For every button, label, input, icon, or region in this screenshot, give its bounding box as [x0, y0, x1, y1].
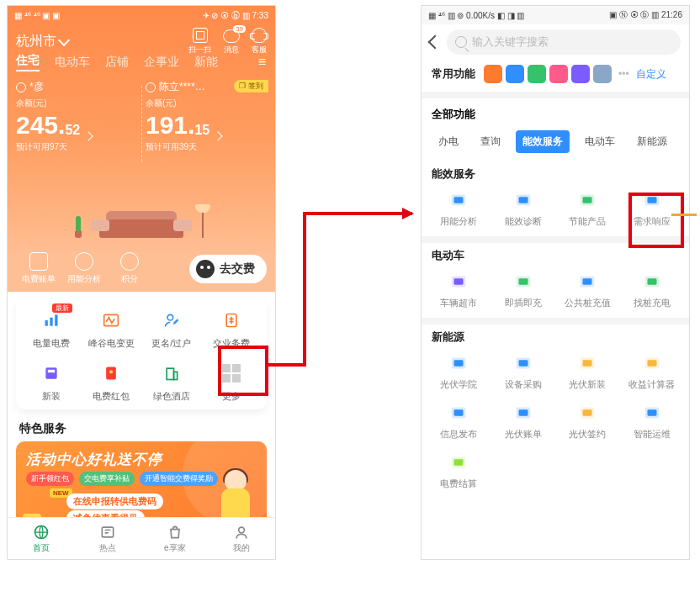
- globe-icon: [33, 524, 50, 541]
- func-光伏签约[interactable]: 光伏签约: [555, 403, 620, 441]
- hotel-icon: [160, 361, 183, 385]
- tab-newenergy[interactable]: 新能: [194, 55, 218, 70]
- svg-rect-10: [167, 368, 173, 379]
- rtab-0[interactable]: 办电: [432, 130, 465, 153]
- tab-shop[interactable]: 店铺: [105, 55, 129, 70]
- rtab-4[interactable]: 新能源: [630, 130, 674, 153]
- nav-eshare[interactable]: e享家: [141, 518, 209, 559]
- arrow-segment: [303, 212, 306, 367]
- svg-rect-2: [55, 314, 57, 325]
- account-card-1[interactable]: *彦 余额(元) 245.52 预计可用97天: [16, 80, 137, 153]
- svg-rect-20: [583, 197, 592, 203]
- func-用能分析[interactable]: 用能分析: [427, 190, 491, 228]
- nav-home[interactable]: 首页: [8, 518, 75, 559]
- svg-point-4: [167, 314, 173, 320]
- grid-item-6[interactable]: 绿色酒店: [141, 361, 202, 403]
- arrow-head: [303, 212, 412, 215]
- tab-enterprise[interactable]: 企事业: [144, 55, 179, 70]
- rtab-1[interactable]: 查询: [474, 130, 507, 153]
- scan-button[interactable]: 扫一扫: [188, 28, 211, 55]
- customize-link[interactable]: 自定义: [636, 67, 666, 82]
- func-电费结算[interactable]: 电费结算: [427, 452, 491, 490]
- func-label: 车辆超市: [440, 297, 477, 309]
- support-button[interactable]: 客服: [252, 28, 267, 55]
- func-label: 智能运维: [634, 428, 671, 441]
- svg-rect-1: [50, 318, 52, 326]
- freq-icon[interactable]: [484, 65, 502, 83]
- quick-bill[interactable]: 电费账单: [16, 252, 61, 285]
- func-收益计算器[interactable]: 收益计算器: [620, 353, 685, 391]
- tab-home[interactable]: 住宅: [16, 53, 40, 71]
- func-icon: [575, 190, 599, 210]
- chevron-right-icon: [214, 131, 223, 140]
- svg-rect-42: [518, 409, 528, 415]
- account-card-2[interactable]: ❐ 签到 陈立****… 余额(元) 191.15 预计可用39天: [146, 80, 267, 153]
- rtab-2[interactable]: 能效服务: [516, 130, 570, 153]
- func-智能运维[interactable]: 智能运维: [620, 403, 685, 441]
- svg-rect-0: [45, 320, 47, 326]
- messages-button[interactable]: 39消息: [223, 29, 240, 55]
- home-icon: [146, 82, 156, 92]
- func-label: 信息发布: [440, 428, 477, 441]
- scan-icon: [193, 28, 208, 43]
- func-label: 节能产品: [569, 215, 606, 228]
- rtab-3[interactable]: 电动车: [578, 130, 622, 153]
- freq-icon[interactable]: [593, 65, 612, 83]
- bill-icon: [29, 252, 48, 271]
- home-icon: [16, 82, 26, 92]
- highlight-more: [218, 346, 268, 396]
- all-functions-title: 全部功能: [422, 98, 689, 127]
- grid-item-5[interactable]: 电费红包: [82, 361, 142, 403]
- svg-rect-28: [583, 278, 592, 284]
- nav-news[interactable]: 热点: [75, 518, 142, 559]
- grid-item-3[interactable]: 交业务费: [202, 309, 262, 350]
- freq-icon[interactable]: [549, 65, 568, 83]
- func-icon: [512, 353, 535, 373]
- statusbar-right: ▣ Ⓝ ⦿ ⓑ ▥ 21:26: [609, 9, 682, 21]
- grid-item-1[interactable]: 峰谷电变更: [82, 309, 142, 350]
- back-button[interactable]: [428, 35, 443, 50]
- func-icon: [512, 403, 535, 423]
- grid-item-0[interactable]: 最新电量电费: [21, 309, 82, 350]
- pay-button[interactable]: 去交费: [189, 255, 267, 283]
- freq-icon[interactable]: [528, 65, 546, 83]
- func-icon: [575, 353, 599, 373]
- location-picker[interactable]: 杭州市: [16, 33, 68, 50]
- search-input[interactable]: 输入关键字搜索: [447, 29, 681, 55]
- grid-item-4[interactable]: 新装: [21, 361, 82, 403]
- grid-item-2[interactable]: 更名/过户: [141, 309, 202, 350]
- func-即插即充[interactable]: 即插即充: [491, 272, 556, 309]
- func-光伏账单[interactable]: 光伏账单: [491, 403, 556, 441]
- func-车辆超市[interactable]: 车辆超市: [427, 272, 491, 309]
- tab-more-icon[interactable]: ≡: [258, 55, 267, 70]
- func-icon: [640, 353, 664, 373]
- freq-icon[interactable]: [506, 65, 524, 83]
- statusbar: ▦ ⁴⁶ ▥ ⊚ 0.00K/s ◧ ◨ ▥ ▣ Ⓝ ⦿ ⓑ ▥ 21:26: [422, 6, 689, 24]
- func-能效诊断[interactable]: 能效诊断: [491, 190, 556, 228]
- svg-rect-11: [173, 372, 177, 379]
- message-badge: 39: [233, 25, 246, 33]
- quick-usage[interactable]: 用能分析: [61, 252, 107, 285]
- chevron-right-icon: [84, 131, 93, 140]
- func-公共桩充值[interactable]: 公共桩充值: [555, 272, 620, 309]
- wave-icon: [99, 309, 123, 332]
- statusbar: ▦ ⁴⁶ ⁴⁶ ▣ ▣ ✈ ⊘ ⦿ ⓑ ▥ 7:33: [8, 6, 275, 24]
- func-节能产品[interactable]: 节能产品: [555, 190, 620, 228]
- func-找桩充电[interactable]: 找桩充电: [620, 272, 685, 309]
- quick-points[interactable]: 积分: [107, 252, 152, 285]
- sofa-illustration: [91, 201, 192, 238]
- tab-ev[interactable]: 电动车: [55, 55, 90, 70]
- func-信息发布[interactable]: 信息发布: [427, 403, 491, 441]
- signin-badge[interactable]: ❐ 签到: [234, 80, 268, 92]
- freq-icon[interactable]: [571, 65, 590, 83]
- svg-rect-34: [518, 360, 528, 366]
- func-label: 电费结算: [440, 478, 477, 490]
- func-光伏学院[interactable]: 光伏学院: [427, 353, 491, 391]
- func-光伏新装[interactable]: 光伏新装: [555, 353, 620, 391]
- section-grid: 车辆超市即插即充公共桩充值找桩充电: [422, 265, 689, 325]
- nav-mine[interactable]: 我的: [209, 518, 276, 559]
- location-text: 杭州市: [16, 33, 56, 50]
- func-设备采购[interactable]: 设备采购: [491, 353, 556, 391]
- chart-icon: [75, 252, 93, 271]
- svg-rect-46: [647, 409, 656, 415]
